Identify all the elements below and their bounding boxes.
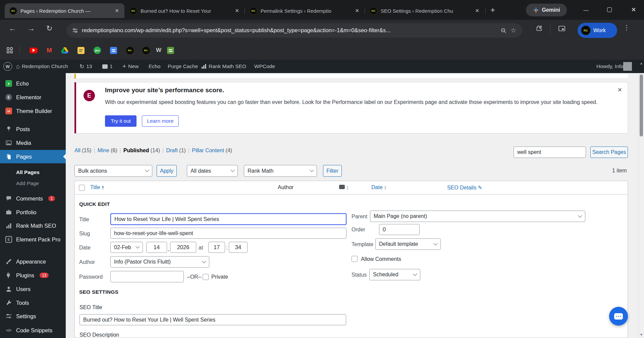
sidebar-item-appearance[interactable]: Appearance (0, 255, 66, 268)
address-bar[interactable]: redemptionplano.com/wp-admin/edit.php?s=… (66, 23, 522, 38)
profile-button[interactable]: RC Work (578, 23, 617, 38)
adminbar-comments[interactable]: 1 (102, 60, 113, 73)
filter-published[interactable]: Published (123, 148, 149, 153)
column-title[interactable]: Title▲▼ (90, 184, 104, 190)
filter-pillar-content[interactable]: Pillar Content (192, 148, 224, 153)
seo-title-input[interactable] (79, 314, 346, 325)
side-panel-icon[interactable] (558, 25, 566, 32)
sidebar-subitem-all-pages[interactable]: All Pages (0, 167, 66, 178)
column-comments[interactable]: ▲▼ (339, 184, 349, 190)
tab-seo-settings[interactable]: RC SEO Settings ‹ Redemption Chu ✕ (365, 3, 485, 18)
sidebar-item-theme-builder[interactable]: UI Theme Builder (0, 104, 66, 118)
try-it-out-button[interactable]: Try it out (105, 115, 137, 127)
apply-button[interactable]: Apply (157, 165, 177, 177)
bookmark-w-icon[interactable]: W (155, 46, 163, 54)
scrollbar-down-arrow[interactable]: ▼ (639, 331, 644, 338)
tab-close-icon[interactable]: ✕ (354, 8, 361, 14)
sidebar-item-users[interactable]: Users (0, 282, 66, 296)
banner-close-icon[interactable]: ✕ (618, 87, 622, 94)
bookmark-rc-site-icon[interactable]: RC (126, 46, 134, 54)
adminbar-new[interactable]: + New (122, 60, 139, 73)
forward-icon[interactable]: → (28, 25, 35, 32)
adminbar-avatar[interactable] (623, 60, 632, 73)
sidebar-item-element-pack[interactable]: E Element Pack Pro (0, 233, 66, 246)
window-minimize-button[interactable]: — (581, 5, 591, 15)
all-dates-select[interactable]: All dates (187, 165, 238, 177)
sidebar-item-portfolio[interactable]: Portfolio (0, 206, 66, 219)
bookmark-green-list-icon[interactable] (166, 46, 174, 54)
adminbar-site-name[interactable]: ⌂ Redemption Church (16, 60, 68, 73)
sidebar-subitem-add-page[interactable]: Add Page (0, 178, 66, 189)
zoom-page-icon[interactable] (500, 27, 506, 34)
search-pages-button[interactable]: Search Pages (590, 147, 628, 158)
sidebar-item-plugins[interactable]: Plugins 13 (0, 269, 66, 282)
status-select[interactable]: Scheduled (369, 269, 420, 280)
title-input[interactable] (110, 213, 346, 225)
url-text[interactable]: redemptionplano.com/wp-admin/edit.php?s=… (82, 27, 496, 34)
bookmark-gloo-icon[interactable]: gloo (93, 46, 101, 54)
sidebar-item-comments[interactable]: Comments 1 (0, 192, 66, 205)
minute-input[interactable] (229, 242, 248, 253)
new-tab-button[interactable]: + (490, 5, 495, 15)
order-input[interactable] (379, 224, 420, 235)
author-select[interactable]: Info (Pastor Chris Fluitt) (110, 256, 209, 268)
sidebar-item-media[interactable]: Media (0, 136, 66, 150)
site-info-icon[interactable] (72, 28, 78, 33)
template-select[interactable]: Default template (375, 238, 441, 250)
filter-draft[interactable]: Draft (166, 148, 178, 153)
adminbar-rankmath[interactable]: Rank Math SEO (201, 60, 246, 73)
private-checkbox[interactable] (203, 274, 209, 280)
bookmark-star-icon[interactable]: ☆ (511, 26, 516, 34)
sidebar-item-echo[interactable]: e Echo (0, 77, 66, 90)
tab-close-icon[interactable]: ✕ (113, 8, 120, 14)
scrollbar-up-arrow[interactable]: ▲ (639, 60, 644, 73)
tab-burned-out[interactable]: RC Burned out? How to Reset Your ✕ (125, 3, 245, 18)
back-icon[interactable]: ← (9, 25, 16, 32)
slug-input[interactable] (110, 228, 346, 239)
adminbar-wpcode[interactable]: WPCode (254, 60, 275, 73)
adminbar-purge-cache[interactable]: Purge Cache (168, 60, 198, 73)
sidebar-item-code-snippets[interactable]: </> Code Snippets (0, 324, 66, 337)
sidebar-item-tools[interactable]: Tools (0, 296, 66, 309)
bookmark-drive-icon[interactable] (61, 46, 69, 54)
bookmark-rc-admin-icon[interactable]: RC (142, 46, 150, 54)
extensions-icon[interactable] (535, 25, 543, 32)
scrollbar-thumb[interactable] (640, 74, 643, 136)
filter-mine[interactable]: Mine (98, 148, 109, 153)
column-date[interactable]: Date▲▼ (371, 184, 387, 190)
sidebar-item-pages[interactable]: Pages (0, 150, 66, 163)
tab-close-icon[interactable]: ✕ (474, 8, 481, 14)
bookmark-docs-icon[interactable] (109, 46, 117, 54)
sidebar-item-elementor[interactable]: E Elementor (0, 91, 66, 104)
parent-select[interactable]: Main Page (no parent) (370, 211, 585, 222)
bookmark-gmail-icon[interactable]: M (45, 46, 53, 54)
adminbar-echo[interactable]: Echo (149, 60, 160, 73)
filter-all[interactable]: All (74, 148, 80, 153)
seo-filter-select[interactable]: Rank Math (244, 165, 317, 177)
adminbar-howdy[interactable]: Howdy, Info (596, 60, 624, 73)
browser-menu-icon[interactable]: ⋮ (623, 23, 630, 32)
window-restore-button[interactable] (604, 5, 614, 15)
allow-comments-checkbox[interactable] (352, 256, 358, 262)
search-pages-input[interactable] (514, 147, 586, 158)
sidebar-item-rank-math[interactable]: Rank Math SEO (0, 219, 66, 232)
day-input[interactable] (146, 242, 167, 253)
chat-fab-button[interactable] (609, 307, 628, 326)
adminbar-updates[interactable]: ↻ 13 (79, 60, 92, 73)
column-seo-details[interactable]: SEO Details ✎ (447, 184, 482, 191)
tab-permalink-settings[interactable]: RC Permalink Settings ‹ Redemptio ✕ (245, 3, 365, 18)
sidebar-item-settings[interactable]: Settings (0, 309, 66, 323)
bookmark-youtube-icon[interactable] (30, 46, 38, 54)
learn-more-button[interactable]: Learn more (142, 115, 179, 127)
reload-icon[interactable]: ↻ (46, 25, 52, 32)
filter-button[interactable]: Filter (323, 165, 342, 177)
tab-pages[interactable]: RC Pages ‹ Redemption Church — ✕ (5, 3, 124, 18)
window-close-button[interactable]: ✕ (629, 5, 639, 15)
month-select[interactable]: 02-Feb (110, 242, 143, 253)
select-all-checkbox[interactable] (79, 185, 85, 191)
apps-grid-icon[interactable] (6, 46, 14, 54)
gemini-button[interactable]: Gemini (526, 4, 567, 16)
hour-input[interactable] (208, 242, 225, 253)
tab-close-icon[interactable]: ✕ (233, 8, 240, 14)
year-input[interactable] (170, 242, 196, 253)
